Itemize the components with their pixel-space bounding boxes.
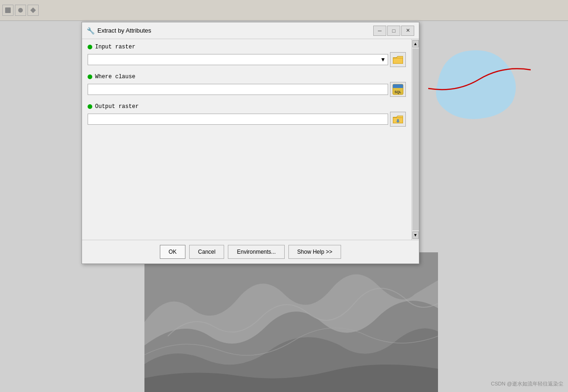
title-bar-left: 🔧 Extract by Attributes [87, 27, 151, 34]
dialog-main: Input raster ▼ [82, 39, 411, 240]
dropdown-arrow-icon: ▼ [380, 56, 386, 63]
output-raster-input[interactable] [88, 114, 388, 125]
input-raster-label: Input raster [88, 44, 406, 50]
output-raster-label: Output raster [88, 103, 406, 110]
top-toolbar [0, 0, 568, 21]
svg-rect-7 [393, 87, 403, 88]
svg-text:SQL: SQL [395, 90, 402, 94]
red-curve [428, 61, 531, 98]
dialog-content: Input raster ▼ [82, 39, 419, 240]
dialog-footer: OK Cancel Environments... Show Help >> [82, 240, 419, 264]
output-raster-row [88, 112, 406, 127]
scroll-down-button[interactable]: ▼ [412, 231, 419, 239]
where-clause-group: Where clause SQL [88, 74, 406, 97]
svg-point-2 [18, 8, 23, 13]
where-clause-sql-button[interactable]: SQL [390, 82, 406, 97]
dialog-title-icon: 🔧 [87, 27, 95, 34]
input-raster-browse-button[interactable] [390, 52, 406, 67]
minimize-button[interactable]: ─ [373, 26, 386, 36]
environments-button[interactable]: Environments... [228, 245, 284, 259]
close-button[interactable]: ✕ [401, 26, 414, 36]
scroll-up-button[interactable]: ▲ [412, 40, 419, 47]
sql-icon: SQL [392, 84, 404, 95]
svg-rect-4 [394, 59, 402, 63]
svg-rect-1 [5, 7, 11, 13]
input-raster-row: ▼ [88, 52, 406, 67]
output-folder-icon [393, 115, 403, 123]
where-clause-required-dot [88, 74, 92, 79]
terrain-area [144, 252, 438, 392]
input-raster-group: Input raster ▼ [88, 44, 406, 67]
toolbar-icon-1[interactable] [2, 5, 14, 16]
cancel-button[interactable]: Cancel [189, 245, 224, 259]
title-buttons: ─ □ ✕ [373, 26, 414, 36]
output-raster-required-dot [88, 104, 92, 109]
dialog-title: Extract by Attributes [97, 27, 151, 34]
input-raster-dropdown[interactable]: ▼ [88, 54, 388, 65]
ok-button[interactable]: OK [160, 245, 185, 259]
output-raster-group: Output raster [88, 103, 406, 127]
maximize-button[interactable]: □ [387, 26, 400, 36]
title-bar: 🔧 Extract by Attributes ─ □ ✕ [82, 22, 419, 39]
dialog-scrollbar[interactable]: ▲ ▼ [411, 39, 419, 240]
toolbar-icon-2[interactable] [15, 5, 26, 16]
where-clause-input[interactable] [88, 84, 388, 95]
show-help-button[interactable]: Show Help >> [288, 245, 341, 259]
watermark: CSDN @逝水如流年轻往返染尘 [491, 380, 563, 387]
scrollbar-thumb[interactable] [412, 48, 419, 230]
toolbar-icon-3[interactable] [27, 5, 39, 16]
where-clause-row: SQL [88, 82, 406, 97]
folder-icon [393, 55, 403, 64]
where-clause-label: Where clause [88, 74, 406, 80]
input-raster-required-dot [88, 45, 92, 49]
extract-by-attributes-dialog: 🔧 Extract by Attributes ─ □ ✕ Input rast… [82, 22, 419, 264]
output-raster-browse-button[interactable] [390, 112, 406, 127]
